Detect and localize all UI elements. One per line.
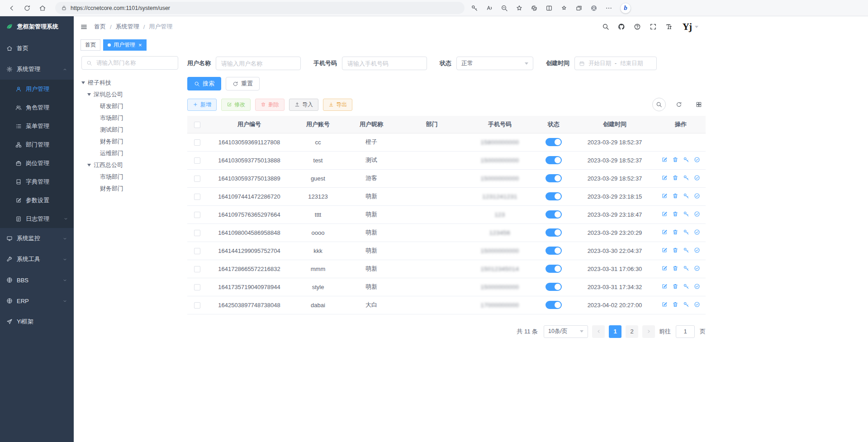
user-avatar[interactable]: Yj <box>683 21 698 33</box>
tab-home[interactable]: 首页 <box>81 39 100 51</box>
fullscreen-icon[interactable] <box>650 23 657 30</box>
prev-page-button[interactable] <box>592 325 605 338</box>
key-icon[interactable] <box>471 5 478 12</box>
status-select[interactable]: 正常 <box>456 57 533 70</box>
edit-icon[interactable] <box>661 211 668 217</box>
sidebar-item-dept[interactable]: 部门管理 <box>0 135 74 154</box>
tab-close-icon[interactable]: × <box>138 42 142 48</box>
tree-node[interactable]: 研发部门 <box>81 100 178 112</box>
trash-icon[interactable] <box>672 301 678 308</box>
key-icon[interactable] <box>683 229 689 235</box>
favorites-bar-icon[interactable] <box>560 5 568 12</box>
sidebar-item-home[interactable]: 首页 <box>0 38 74 59</box>
column-settings-button[interactable] <box>692 98 706 111</box>
check-circle-icon[interactable] <box>694 229 700 235</box>
key-icon[interactable] <box>683 157 689 163</box>
status-toggle[interactable] <box>545 192 562 200</box>
tree-expand-icon[interactable] <box>81 81 85 84</box>
status-toggle[interactable] <box>545 156 562 164</box>
search-icon[interactable] <box>602 23 609 30</box>
edit-button[interactable]: 修改 <box>221 99 251 111</box>
split-screen-icon[interactable] <box>545 5 553 12</box>
breadcrumb-home[interactable]: 首页 <box>94 23 106 31</box>
key-icon[interactable] <box>683 301 689 308</box>
trash-icon[interactable] <box>672 193 678 199</box>
tree-node[interactable]: 财务部门 <box>81 136 178 147</box>
check-circle-icon[interactable] <box>694 301 700 308</box>
check-circle-icon[interactable] <box>694 265 700 271</box>
row-checkbox[interactable] <box>194 176 200 182</box>
key-icon[interactable] <box>683 211 689 217</box>
page-button-2[interactable]: 2 <box>626 325 638 338</box>
date-range-picker[interactable]: 开始日期 - 结束日期 <box>574 57 657 70</box>
select-all-checkbox[interactable] <box>194 122 200 128</box>
next-page-button[interactable] <box>642 325 655 338</box>
username-input[interactable] <box>216 57 301 70</box>
extensions-icon[interactable] <box>531 5 538 12</box>
edit-icon[interactable] <box>661 157 668 163</box>
edit-icon[interactable] <box>661 175 668 181</box>
sidebar-item-log[interactable]: 日志管理 <box>0 209 74 228</box>
bing-copilot-icon[interactable]: b <box>620 3 631 14</box>
github-icon[interactable] <box>618 23 625 30</box>
toggle-search-button[interactable] <box>652 98 666 111</box>
status-toggle[interactable] <box>545 174 562 182</box>
sidebar-item-tools[interactable]: 系统工具 <box>0 249 74 270</box>
page-button-1[interactable]: 1 <box>609 325 621 338</box>
tree-node[interactable]: 市场部门 <box>81 112 178 124</box>
add-button[interactable]: 新增 <box>187 99 217 111</box>
sidebar-item-dict[interactable]: 字典管理 <box>0 172 74 191</box>
trash-icon[interactable] <box>672 157 678 163</box>
tree-node[interactable]: 测试部门 <box>81 124 178 136</box>
row-checkbox[interactable] <box>194 139 200 146</box>
collections-icon[interactable] <box>575 5 583 12</box>
status-toggle[interactable] <box>545 283 562 291</box>
trash-icon[interactable] <box>672 229 678 235</box>
refresh-icon[interactable] <box>24 5 31 12</box>
status-toggle[interactable] <box>545 228 562 237</box>
check-circle-icon[interactable] <box>694 157 700 163</box>
edit-icon[interactable] <box>661 229 668 235</box>
sidebar-item-menu[interactable]: 菜单管理 <box>0 117 74 135</box>
row-checkbox[interactable] <box>194 212 200 218</box>
status-toggle[interactable] <box>545 301 562 309</box>
trash-icon[interactable] <box>672 283 678 290</box>
export-button[interactable]: 导出 <box>323 99 352 111</box>
status-toggle[interactable] <box>545 210 562 219</box>
sidebar-item-config[interactable]: 参数设置 <box>0 191 74 209</box>
font-size-icon[interactable] <box>665 23 673 30</box>
row-checkbox[interactable] <box>194 284 200 290</box>
row-checkbox[interactable] <box>194 194 200 200</box>
edit-icon[interactable] <box>661 247 668 253</box>
zoom-out-icon[interactable] <box>501 5 508 12</box>
status-toggle[interactable] <box>545 247 562 255</box>
tree-node[interactable]: 深圳总公司 <box>81 89 178 100</box>
menu-toggle-icon[interactable] <box>80 23 88 31</box>
key-icon[interactable] <box>683 265 689 271</box>
back-icon[interactable] <box>8 5 15 12</box>
delete-button[interactable]: 删除 <box>255 99 285 111</box>
tree-expand-icon[interactable] <box>87 93 91 96</box>
sidebar-item-bbs[interactable]: BBS <box>0 270 74 290</box>
edit-icon[interactable] <box>661 265 668 271</box>
import-button[interactable]: 导入 <box>289 99 318 111</box>
tree-expand-icon[interactable] <box>87 164 91 166</box>
check-circle-icon[interactable] <box>694 283 700 290</box>
tree-node[interactable]: 江西总公司 <box>81 159 178 171</box>
profile-icon[interactable] <box>590 5 598 12</box>
search-button[interactable]: 搜索 <box>187 77 221 90</box>
more-icon[interactable] <box>605 5 612 12</box>
tree-node[interactable]: 市场部门 <box>81 171 178 183</box>
sidebar-item-role[interactable]: 角色管理 <box>0 98 74 117</box>
page-size-select[interactable]: 10条/页 <box>544 325 588 338</box>
trash-icon[interactable] <box>672 247 678 253</box>
sidebar-item-yi[interactable]: Yi框架 <box>0 311 74 332</box>
tree-node[interactable]: 财务部门 <box>81 183 178 195</box>
trash-icon[interactable] <box>672 265 678 271</box>
edit-icon[interactable] <box>661 193 668 199</box>
check-circle-icon[interactable] <box>694 193 700 199</box>
edit-icon[interactable] <box>661 301 668 308</box>
breadcrumb-system[interactable]: 系统管理 <box>116 23 139 31</box>
read-aloud-icon[interactable] <box>486 5 493 12</box>
edit-icon[interactable] <box>661 283 668 290</box>
